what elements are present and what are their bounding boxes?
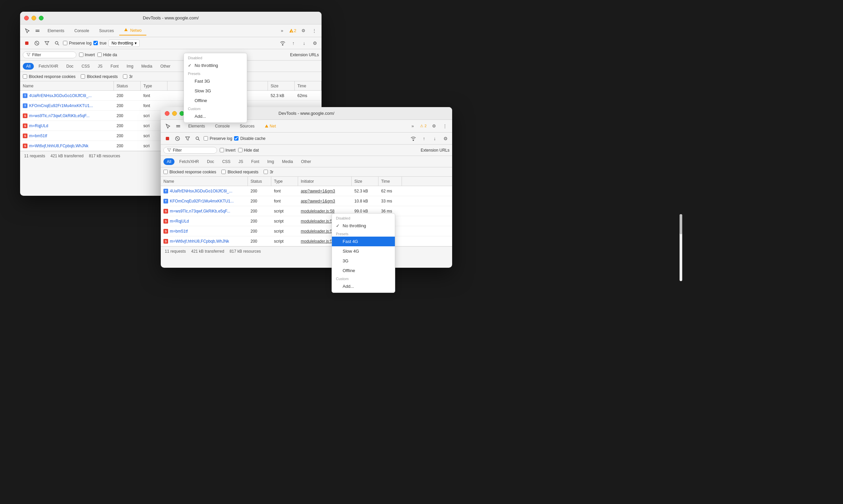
table-row[interactable]: T 4UaRrENHsxJlGDuGo1OllJfC6l_... 200 fon… — [161, 186, 452, 196]
col-size-1[interactable]: Size — [268, 81, 295, 90]
blocked-requests-checkbox-1[interactable] — [81, 74, 85, 79]
type-all-2[interactable]: All — [163, 158, 175, 165]
type-media-2[interactable]: Media — [279, 158, 296, 165]
col-name-h2[interactable]: Name — [161, 177, 248, 186]
type-img-2[interactable]: Img — [264, 158, 277, 165]
no-throttling-option-1[interactable]: No throttling — [184, 60, 247, 70]
tab-network-1[interactable]: Netwo — [119, 26, 146, 35]
type-css-2[interactable]: CSS — [219, 158, 234, 165]
tab-network-2[interactable]: Net — [260, 122, 281, 130]
stop-icon-2[interactable] — [163, 134, 172, 143]
col-time-h2[interactable]: Time — [379, 177, 402, 186]
tab-console-1[interactable]: Console — [70, 26, 94, 35]
warning-badge-1[interactable]: 2 2 — [288, 26, 297, 35]
disable-cache-label-2[interactable]: Disable cache — [234, 136, 265, 141]
type-css-1[interactable]: CSS — [78, 63, 93, 70]
invert-checkbox-1[interactable] — [79, 53, 83, 57]
table-row[interactable]: S m=Wt6vjf,hhhU8,FCpbqb,WhJNk 200 script… — [161, 236, 452, 246]
blocked-cookies-checkbox-2[interactable] — [163, 170, 168, 174]
invert-label-2[interactable]: Invert — [220, 148, 235, 152]
layers-icon[interactable] — [33, 26, 42, 35]
slow-3g-option-1[interactable]: Slow 3G — [184, 86, 247, 96]
invert-checkbox-2[interactable] — [220, 148, 224, 152]
slow-4g-option-2[interactable]: Slow 4G — [332, 246, 395, 256]
blocked-requests-label-2[interactable]: Blocked requests — [222, 170, 258, 174]
upload-icon-2[interactable]: ↑ — [420, 134, 428, 143]
col-type-1[interactable]: Type — [141, 81, 168, 90]
clear-icon[interactable] — [33, 39, 41, 47]
chevron-right-icon-2[interactable]: » — [408, 122, 417, 131]
preserve-log-checkbox-2[interactable] — [204, 136, 208, 141]
offline-option-2[interactable]: Offline — [332, 266, 395, 275]
hide-data-label-2[interactable]: Hide dat — [238, 148, 259, 152]
add-option-1[interactable]: Add... — [184, 111, 247, 121]
minimize-button-1[interactable] — [32, 16, 36, 20]
blocked-cookies-checkbox-1[interactable] — [23, 74, 27, 79]
blocked-requests-label-1[interactable]: Blocked requests — [81, 74, 118, 79]
tab-sources-1[interactable]: Sources — [94, 26, 119, 35]
throttle-button-1[interactable]: No throttling ▾ — [108, 39, 140, 47]
type-fetch-xhr-2[interactable]: Fetch/XHR — [176, 158, 202, 165]
settings-icon-2[interactable]: ⚙ — [429, 122, 439, 131]
download-icon-1[interactable]: ↓ — [300, 39, 308, 47]
preserve-log-label-2[interactable]: Preserve log — [204, 136, 232, 141]
search-icon-2[interactable] — [194, 134, 201, 143]
clear-icon-2[interactable] — [174, 134, 181, 143]
wifi-icon-1[interactable] — [279, 39, 287, 47]
close-button-1[interactable] — [24, 16, 29, 20]
stop-icon[interactable] — [23, 39, 31, 47]
filter-input-2[interactable]: Filter — [163, 147, 217, 154]
add-option-2[interactable]: Add... — [332, 282, 395, 291]
no-throttling-option-2[interactable]: No throttling — [332, 221, 395, 231]
network-settings-icon-1[interactable]: ⚙ — [311, 39, 319, 47]
fast-4g-option-2[interactable]: Fast 4G — [332, 237, 395, 246]
col-name-1[interactable]: Name — [20, 81, 114, 90]
maximize-button-1[interactable] — [39, 16, 43, 20]
third-party-label-2[interactable]: 3r — [264, 170, 273, 174]
table-row[interactable]: S m=RqjULd 200 script moduleloader.js:58… — [161, 216, 452, 226]
more-icon-2[interactable]: ⋮ — [440, 122, 450, 131]
table-row[interactable]: S m=ws9Tlc,n73qwf,GkRiKb,e5qF... 200 scr… — [161, 206, 452, 216]
type-other-1[interactable]: Other — [157, 63, 174, 70]
settings-icon-1[interactable]: ⚙ — [299, 26, 308, 35]
fast-3g-option-1[interactable]: Fast 3G — [184, 76, 247, 86]
type-img-1[interactable]: Img — [123, 63, 137, 70]
download-icon-2[interactable]: ↓ — [431, 134, 439, 143]
cursor-icon-2[interactable] — [163, 122, 173, 131]
offline-option-1[interactable]: Offline — [184, 96, 247, 105]
blocked-cookies-label-2[interactable]: Blocked response cookies — [163, 170, 216, 174]
filter-input-1[interactable]: Filter — [23, 52, 76, 58]
col-type-h2[interactable]: Type — [271, 177, 298, 186]
invert-label-1[interactable]: Invert — [79, 53, 95, 57]
tab-console-2[interactable]: Console — [210, 122, 234, 130]
type-media-1[interactable]: Media — [138, 63, 156, 70]
warning-badge-2[interactable]: ⚠ 2 — [419, 122, 428, 131]
preserve-log-label-1[interactable]: Preserve log — [63, 41, 91, 46]
type-doc-2[interactable]: Doc — [204, 158, 217, 165]
disable-cache-checkbox-1[interactable] — [93, 41, 98, 45]
type-font-1[interactable]: Font — [107, 63, 122, 70]
hide-data-label-1[interactable]: Hide da — [98, 53, 117, 57]
layers-icon-2[interactable] — [174, 122, 183, 131]
type-fetch-xhr-1[interactable]: Fetch/XHR — [35, 63, 62, 70]
wifi-icon-2[interactable] — [409, 134, 417, 143]
disable-cache-label-1[interactable]: true — [93, 41, 106, 46]
third-party-checkbox-1[interactable] — [123, 74, 127, 79]
row2-init-1[interactable]: app?awwd=1&gm3 — [298, 189, 352, 194]
col-status-h2[interactable]: Status — [248, 177, 271, 186]
type-all-1[interactable]: All — [23, 63, 34, 70]
3g-option-2[interactable]: 3G — [332, 256, 395, 266]
type-js-2[interactable]: JS — [235, 158, 246, 165]
close-button-2[interactable] — [165, 111, 170, 116]
more-icon-1[interactable]: ⋮ — [310, 26, 319, 35]
blocked-cookies-label-1[interactable]: Blocked response cookies — [23, 74, 75, 79]
scrollbar-2[interactable] — [680, 214, 682, 281]
upload-icon-1[interactable]: ↑ — [289, 39, 297, 47]
hide-data-checkbox-2[interactable] — [238, 148, 243, 152]
third-party-label-1[interactable]: 3r — [123, 74, 133, 79]
type-font-2[interactable]: Font — [248, 158, 263, 165]
chevron-right-icon[interactable]: » — [277, 26, 287, 35]
col-time-1[interactable]: Time — [295, 81, 321, 90]
filter-icon-2[interactable] — [183, 134, 192, 143]
third-party-checkbox-2[interactable] — [264, 170, 268, 174]
